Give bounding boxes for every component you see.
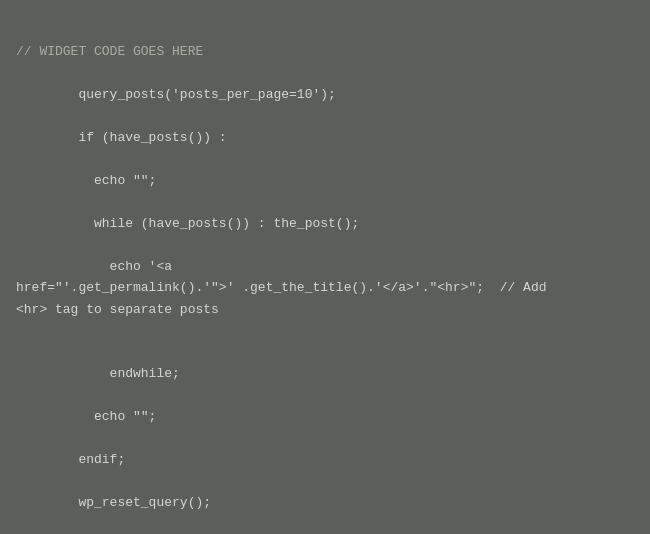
line-19 xyxy=(16,430,24,445)
line-12: href="'.get_permalink().'">' .get_the_ti… xyxy=(16,280,547,295)
line-11: echo '<a xyxy=(16,259,172,274)
line-18: echo ""; xyxy=(16,409,156,424)
line-21 xyxy=(16,473,24,488)
line-8 xyxy=(16,195,24,210)
line-9: while (have_posts()) : the_post(); xyxy=(16,216,359,231)
code-block: // WIDGET CODE GOES HERE query_posts('po… xyxy=(16,20,634,534)
line-13: <hr> tag to separate posts xyxy=(16,302,219,317)
line-3: query_posts('posts_per_page=10'); xyxy=(16,87,336,102)
line-1: // WIDGET CODE GOES HERE xyxy=(16,44,203,59)
line-2 xyxy=(16,66,24,81)
line-14 xyxy=(16,323,24,338)
line-16: endwhile; xyxy=(16,366,180,381)
line-10 xyxy=(16,237,24,252)
line-17 xyxy=(16,387,24,402)
line-7: echo ""; xyxy=(16,173,156,188)
line-22: wp_reset_query(); xyxy=(16,495,211,510)
line-20: endif; xyxy=(16,452,125,467)
line-4 xyxy=(16,109,24,124)
code-container: // WIDGET CODE GOES HERE query_posts('po… xyxy=(0,0,650,534)
line-23 xyxy=(16,516,24,531)
line-6 xyxy=(16,152,24,167)
line-5: if (have_posts()) : xyxy=(16,130,227,145)
line-15 xyxy=(16,345,24,360)
